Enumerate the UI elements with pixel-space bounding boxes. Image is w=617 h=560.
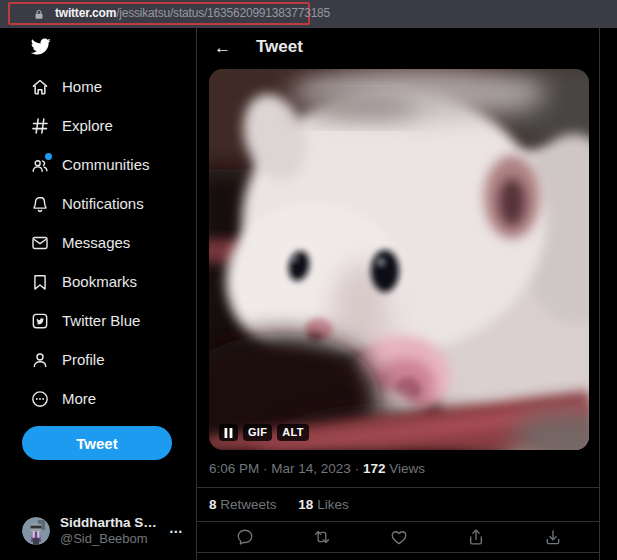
gif-badge: GIF [243,424,272,441]
lock-icon [33,8,45,21]
sidebar-item-home[interactable]: Home [0,67,196,106]
account-switcher[interactable]: Siddhartha Sama... @Sid_Beebom ⋯ [22,515,184,546]
sidebar-item-label: Messages [62,234,130,251]
sidebar-item-bookmarks[interactable]: Bookmarks [0,262,196,301]
back-arrow-icon[interactable]: ← [214,39,231,56]
sidebar-item-label: Twitter Blue [62,312,140,329]
sidebar-item-explore[interactable]: Explore [0,106,196,145]
sidebar-item-label: Profile [62,351,105,368]
more-circle-icon [30,389,50,409]
account-handle: @Sid_Beebom [60,531,164,546]
page-header: ← Tweet [197,28,599,66]
meta-separator: · [263,461,268,476]
tweet-action-bar [197,522,599,552]
url-text[interactable]: twitter.com/jessikatsu/status/1635620991… [55,6,330,20]
twitter-blue-icon [30,311,50,331]
browser-url-bar[interactable]: twitter.com/jessikatsu/status/1635620991… [0,0,617,28]
meta-separator: · [355,461,360,476]
home-icon [30,77,50,97]
account-name: Siddhartha Sama... [60,515,164,530]
notification-dot [45,153,52,160]
twitter-app: Home Explore [0,28,617,560]
like-icon[interactable] [389,527,409,547]
sidebar-nav: Home Explore [0,28,197,560]
retweets-label: Retweets [220,497,276,512]
retweets-count: 8 [209,497,217,512]
tweet-time[interactable]: 6:06 PM [209,461,259,476]
likes-count: 18 [298,497,313,512]
likes-label: Likes [317,497,349,512]
pause-button[interactable] [219,424,238,441]
pause-icon [224,428,233,438]
tweet-date[interactable]: Mar 14, 2023 [271,461,351,476]
sidebar-item-communities[interactable]: Communities [0,145,196,184]
reply-icon[interactable] [235,527,255,547]
url-path: /jessikatsu/status/1635620991383773185 [116,6,330,20]
cat-gif-image [209,69,589,450]
account-more-icon[interactable]: ⋯ [169,523,184,539]
person-icon [30,350,50,370]
sidebar-item-profile[interactable]: Profile [0,340,196,379]
communities-icon [30,155,50,175]
url-domain: twitter.com [55,6,116,20]
hashtag-icon [30,116,50,136]
sidebar-item-twitter-blue[interactable]: Twitter Blue [0,301,196,340]
twitter-logo-icon[interactable] [30,36,51,57]
views-label: Views [389,461,425,476]
avatar [22,517,50,545]
sidebar-item-label: More [62,390,96,407]
sidebar-item-notifications[interactable]: Notifications [0,184,196,223]
tweet-button[interactable]: Tweet [22,426,172,460]
page-title: Tweet [256,37,303,57]
tweet-stats: 8 Retweets 18 Likes [197,488,599,521]
likes-stat[interactable]: 18 Likes [298,497,348,512]
tweet-detail-column: ← Tweet [197,28,600,560]
views-count: 172 [363,461,386,476]
sidebar-item-more[interactable]: More [0,379,196,418]
alt-badge[interactable]: ALT [277,424,308,441]
sidebar-item-messages[interactable]: Messages [0,223,196,262]
envelope-icon [30,233,50,253]
tweet-media-gif[interactable]: GIF ALT [209,69,589,450]
sidebar-item-label: Bookmarks [62,273,137,290]
tweet-meta: 6:06 PM · Mar 14, 2023 · 172 Views [209,461,587,476]
divider [197,552,599,553]
sidebar-item-label: Communities [62,156,150,173]
retweet-icon[interactable] [312,527,332,547]
media-overlay-controls: GIF ALT [219,424,309,441]
bookmark-icon [30,272,50,292]
sidebar-item-label: Home [62,78,102,95]
bell-icon [30,194,50,214]
retweets-stat[interactable]: 8 Retweets [209,497,277,512]
sidebar-item-label: Explore [62,117,113,134]
download-icon[interactable] [543,527,563,547]
share-icon[interactable] [466,527,486,547]
sidebar-item-label: Notifications [62,195,144,212]
sidebar-menu: Home Explore [0,67,196,418]
